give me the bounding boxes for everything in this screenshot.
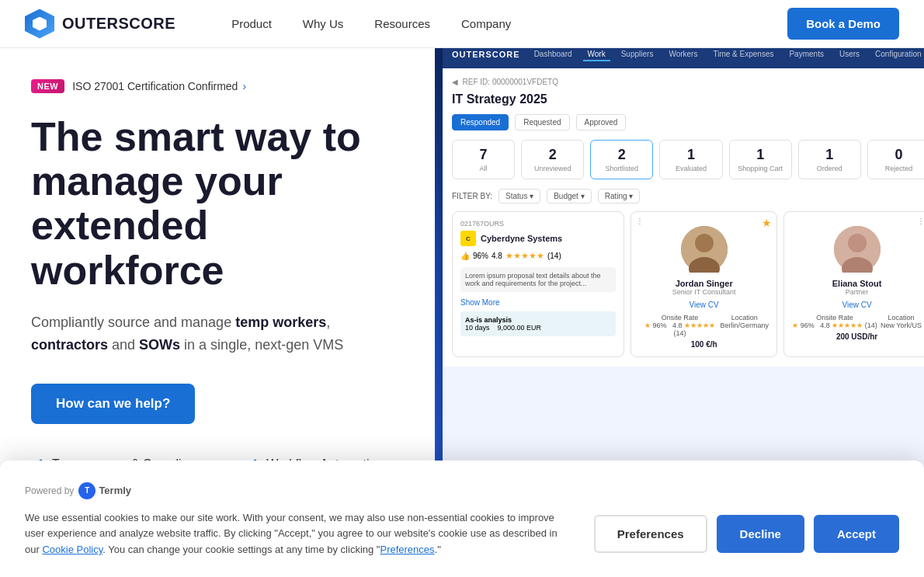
proposal-cards: 021767OURS C Cyberdyne Systems 👍 96% 4.8…	[452, 211, 924, 357]
star-favorite-1[interactable]: ★	[762, 217, 772, 229]
rating-row-0: 👍 96% 4.8 ★★★★★ (14)	[460, 251, 616, 261]
menu-icon-1[interactable]: ⋮	[636, 217, 644, 225]
dashboard-content: ◀ REF ID: 00000001VFDETQ IT Strategy 202…	[443, 68, 924, 367]
cookie-powered-by: Powered by T Termly	[25, 482, 899, 499]
breadcrumb: ◀ REF ID: 00000001VFDETQ	[452, 78, 924, 86]
badge-arrow-icon[interactable]: ›	[242, 80, 246, 92]
status-card-shortlisted[interactable]: 2 Shortlisted	[590, 140, 653, 179]
termly-logo: T Termly	[78, 482, 131, 499]
dashboard-nav: Dashboard Work Suppliers Workers Time & …	[530, 48, 924, 61]
rate-value-1: 100 €/h	[639, 340, 769, 349]
preferences-button[interactable]: Preferences	[594, 515, 707, 553]
proposal-card-1: ★ ⋮ Jordan Singer Senior IT Consultant V…	[630, 211, 777, 357]
cookie-policy-link[interactable]: Cookie Policy	[42, 544, 102, 555]
logo-text: OUTERSCORE	[62, 15, 175, 33]
hero-subtitle: Compliantly source and manage temp worke…	[31, 311, 404, 356]
nav-item-resources[interactable]: Resources	[362, 11, 443, 36]
cookie-buttons: Preferences Decline Accept	[594, 515, 899, 553]
dashboard-logo: OUTERSCORE	[452, 50, 520, 59]
announcement-badge-row: NEW ISO 27001 Certification Confirmed ›	[31, 79, 404, 93]
tab-responded[interactable]: Responded	[452, 114, 509, 130]
svg-point-3	[695, 234, 714, 252]
tab-requested[interactable]: Requested	[515, 114, 569, 130]
supplier-icon-0: C	[460, 231, 476, 246]
status-card-ordered[interactable]: 1 Ordered	[798, 140, 861, 179]
preferences-inline-link[interactable]: Preferences	[380, 544, 434, 555]
nav-item-company[interactable]: Company	[449, 11, 523, 36]
status-cards: 7 All 2 Unreviewed 2 Shortlisted 1 Evalu…	[452, 140, 924, 179]
status-card-shopping[interactable]: 1 Shopping Cart	[729, 140, 792, 179]
rate-info-1: Onsite Rate ★ 96% 4.8 ★★★★★ (14) Locatio…	[639, 314, 769, 337]
termly-icon: T	[78, 482, 96, 499]
dash-nav-suppliers[interactable]: Suppliers	[617, 48, 658, 61]
status-card-all[interactable]: 7 All	[452, 140, 515, 179]
dashboard-title: IT Strategy 2025	[452, 92, 924, 106]
badge-text: ISO 27001 Certification Confirmed	[72, 80, 238, 92]
status-card-unreviewed[interactable]: 2 Unreviewed	[521, 140, 584, 179]
rate-value-2: 200 USD/hr	[792, 332, 922, 341]
filter-budget[interactable]: Budget ▾	[547, 189, 591, 203]
nav-item-why-us[interactable]: Why Us	[290, 11, 356, 36]
decline-button[interactable]: Decline	[717, 515, 804, 553]
status-card-rejected[interactable]: 0 Rejected	[867, 140, 924, 179]
dash-nav-config[interactable]: Configuration	[870, 48, 924, 61]
rate-info-2: Onsite Rate ★ 96% 4.8 ★★★★★ (14) Locatio…	[792, 314, 922, 329]
proposal-card-2: ⋮ Eliana Stout Partner View CV	[783, 211, 924, 357]
dash-nav-users[interactable]: Users	[835, 48, 864, 61]
filter-rating[interactable]: Rating ▾	[598, 189, 641, 203]
cookie-banner: Powered by T Termly We use essential coo…	[0, 461, 924, 577]
filter-row: FILTER BY: Status ▾ Budget ▾ Rating ▾	[452, 189, 924, 203]
filter-by-label: FILTER BY:	[452, 192, 492, 200]
cta-button[interactable]: How can we help?	[31, 384, 195, 424]
filter-status[interactable]: Status ▾	[498, 189, 540, 203]
nav-item-product[interactable]: Product	[219, 11, 284, 36]
dash-nav-time[interactable]: Time & Expenses	[708, 48, 778, 61]
avatar-1	[681, 226, 728, 273]
svg-point-6	[848, 234, 867, 252]
show-more-link[interactable]: Show More	[460, 298, 616, 307]
analysis-row: As-is analysis 10 days 9,000.00 EUR	[460, 311, 616, 336]
logo-inner	[33, 17, 47, 31]
dash-nav-dashboard[interactable]: Dashboard	[530, 48, 577, 61]
supplier-name-0: C Cyberdyne Systems	[460, 231, 616, 246]
proposal-card-0: 021767OURS C Cyberdyne Systems 👍 96% 4.8…	[452, 211, 624, 357]
menu-icon-2[interactable]: ⋮	[917, 217, 924, 225]
dash-nav-payments[interactable]: Payments	[784, 48, 828, 61]
dash-nav-work[interactable]: Work	[583, 48, 610, 61]
logo-icon	[25, 9, 54, 39]
cookie-body: We use essential cookies to make our sit…	[25, 510, 899, 558]
accept-button[interactable]: Accept	[814, 515, 899, 553]
status-card-evaluated[interactable]: 1 Evaluated	[659, 140, 722, 179]
logo[interactable]: OUTERSCORE	[25, 9, 175, 39]
proposal-description-0: Lorem ipsum proposal text details about …	[460, 267, 616, 292]
tab-approved[interactable]: Approved	[576, 114, 627, 130]
dashboard-tabs: Responded Requested Approved	[452, 114, 924, 130]
nav-links: Product Why Us Resources Company	[219, 11, 523, 36]
new-badge: NEW	[31, 79, 64, 93]
dashboard-header: OUTERSCORE Dashboard Work Suppliers Work…	[443, 48, 924, 68]
cookie-text: We use essential cookies to make our sit…	[25, 510, 569, 558]
navbar: OUTERSCORE Product Why Us Resources Comp…	[0, 0, 924, 48]
dash-nav-workers[interactable]: Workers	[664, 48, 702, 61]
hero-title: The smart way to manage your extended wo…	[31, 115, 404, 293]
avatar-2	[834, 226, 881, 273]
book-demo-button[interactable]: Book a Demo	[787, 8, 899, 40]
